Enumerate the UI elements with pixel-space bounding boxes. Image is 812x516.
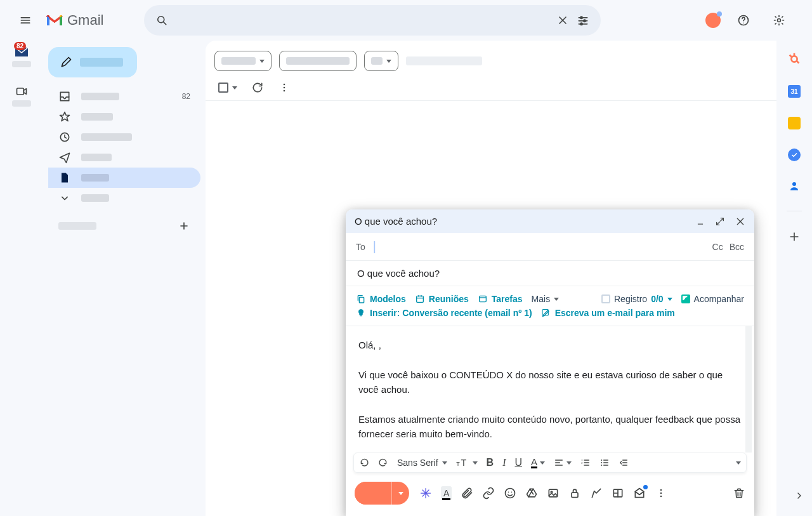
more-format-icon[interactable] — [736, 461, 741, 465]
layout-icon[interactable] — [612, 487, 624, 499]
gmail-logo[interactable]: Gmail — [46, 12, 103, 29]
schedule-icon-wrap[interactable] — [633, 487, 646, 499]
hs-log[interactable]: Registro 0/0 — [601, 294, 672, 304]
link-icon[interactable] — [482, 487, 495, 499]
settings-button[interactable] — [766, 8, 792, 33]
search-bar[interactable] — [144, 5, 601, 36]
chevron-down-icon — [398, 492, 403, 495]
nav-snoozed[interactable] — [48, 127, 200, 147]
labels-section — [48, 208, 200, 232]
search-options-icon[interactable] — [577, 14, 589, 27]
svg-line-4 — [164, 22, 166, 25]
cc-button[interactable]: Cc — [712, 242, 723, 252]
bold-button[interactable]: B — [487, 457, 494, 468]
drive-icon[interactable] — [525, 487, 538, 499]
copy-icon — [356, 294, 366, 304]
to-row[interactable]: To | Cc Bcc — [346, 233, 754, 261]
image-icon[interactable] — [547, 487, 560, 499]
nav-starred[interactable] — [48, 107, 200, 127]
outdent-icon[interactable] — [619, 458, 629, 468]
add-label-icon[interactable] — [178, 220, 190, 232]
nav-drafts[interactable] — [48, 168, 200, 188]
add-app-icon[interactable] — [788, 230, 801, 243]
undo-icon[interactable] — [359, 458, 369, 468]
compose-body[interactable]: Olá, , Vi que você baixou o CONTEÚDO X d… — [346, 326, 754, 453]
confidential-icon[interactable] — [568, 487, 581, 499]
compose-header[interactable]: O que você achou? — [346, 209, 754, 233]
clear-search-icon[interactable] — [556, 14, 569, 27]
minimize-icon[interactable] — [696, 217, 705, 226]
italic-button[interactable]: I — [502, 457, 506, 468]
rail-meet[interactable] — [12, 85, 31, 107]
nav-more[interactable] — [48, 188, 200, 208]
search-input[interactable] — [168, 14, 556, 27]
rail-mail[interactable]: 82 — [12, 46, 31, 67]
nav-inbox[interactable]: 82 — [48, 86, 200, 107]
compose-button[interactable] — [48, 47, 137, 77]
align-button[interactable] — [554, 458, 572, 468]
fullscreen-icon[interactable] — [715, 216, 725, 227]
calendar-app-icon[interactable]: 31 — [788, 85, 801, 98]
send-button[interactable] — [355, 482, 409, 505]
support-button[interactable] — [731, 8, 756, 33]
main-menu-button[interactable] — [10, 5, 41, 36]
svg-point-14 — [743, 23, 743, 23]
refresh-icon[interactable] — [251, 81, 264, 94]
font-size[interactable]: TT — [456, 457, 478, 468]
nav-label — [81, 154, 112, 161]
ordered-list-icon[interactable]: 12 — [580, 458, 591, 468]
attach-icon[interactable] — [461, 487, 473, 499]
nav-sent[interactable] — [48, 147, 200, 168]
send-more[interactable] — [391, 482, 409, 505]
keep-app-icon[interactable] — [788, 117, 801, 129]
filter-chip-2[interactable] — [279, 51, 357, 71]
chevron-down-icon — [259, 60, 265, 63]
to-input[interactable] — [380, 241, 712, 253]
filter-chip-3[interactable] — [364, 51, 398, 71]
hs-write[interactable]: Escreva um e-mail para mim — [541, 308, 675, 318]
edit-icon — [541, 308, 551, 318]
format-toolbar: Sans Serif TT B I U A 12 — [353, 453, 747, 473]
select-all[interactable] — [218, 83, 237, 93]
svg-line-25 — [717, 222, 720, 225]
chevron-down-icon — [554, 298, 559, 301]
hs-tasks[interactable]: Tarefas — [478, 294, 523, 304]
bcc-button[interactable]: Bcc — [730, 242, 744, 252]
hs-more[interactable]: Mais — [532, 294, 560, 304]
format-toggle[interactable]: A — [441, 486, 452, 500]
hs-meetings[interactable]: Reuniões — [415, 294, 469, 304]
underline-button[interactable]: U — [514, 457, 522, 468]
sidepanel-toggle[interactable] — [792, 488, 807, 503]
send-main[interactable] — [355, 482, 391, 505]
more-icon[interactable] — [278, 81, 291, 94]
chevron-right-icon — [794, 491, 804, 501]
redo-icon[interactable] — [378, 458, 388, 468]
svg-point-21 — [284, 87, 285, 89]
subject-input[interactable] — [356, 267, 744, 279]
subject-row[interactable] — [346, 261, 754, 286]
emoji-icon[interactable] — [504, 487, 516, 499]
header-actions — [705, 8, 792, 33]
discard-icon[interactable] — [733, 487, 745, 499]
filter-chip-1[interactable] — [214, 51, 272, 71]
hs-insert[interactable]: Inserir: Conversão recente (email nº 1) — [356, 308, 532, 318]
more-icon[interactable] — [655, 487, 667, 499]
signature-icon[interactable] — [590, 487, 603, 499]
hubspot-badge-icon[interactable] — [705, 13, 721, 28]
hs-track[interactable]: Acompanhar — [681, 294, 744, 304]
svg-point-22 — [284, 90, 285, 92]
compose-label — [80, 58, 123, 67]
font-selector[interactable]: Sans Serif — [397, 458, 447, 468]
contacts-app-icon[interactable] — [789, 180, 800, 192]
labels-title — [58, 222, 96, 230]
bullet-list-icon[interactable] — [599, 458, 610, 468]
text-color[interactable]: A — [531, 457, 545, 468]
select-all-checkbox[interactable] — [218, 83, 228, 93]
hubspot-icon[interactable] — [787, 52, 801, 66]
hs-templates[interactable]: Modelos — [356, 294, 406, 304]
close-icon[interactable] — [735, 216, 745, 227]
svg-rect-35 — [360, 315, 362, 316]
ai-icon[interactable] — [419, 487, 432, 499]
tasks-app-icon[interactable] — [788, 149, 801, 161]
svg-line-75 — [797, 61, 799, 63]
